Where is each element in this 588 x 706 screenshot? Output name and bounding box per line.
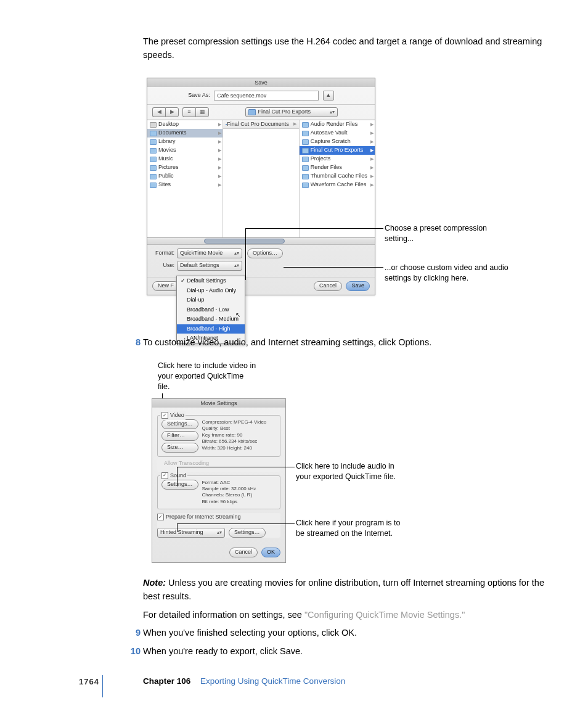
column-item[interactable]: Thumbnail Cache Files▶ [300, 172, 375, 181]
callout-line [177, 467, 295, 467]
disclosure-icon: ▶ [218, 173, 221, 180]
column-item[interactable]: Library▶ [147, 138, 223, 146]
save-as-label: Save As: [188, 92, 210, 98]
disclosure-icon: ▶ [370, 182, 374, 189]
column-item[interactable]: Movies▶ [147, 146, 223, 155]
movie-settings-dialog: Movie Settings ✓ Video Settings… Filter…… [152, 398, 286, 563]
callout-video-checkbox: Click here to include video in your expo… [158, 361, 256, 392]
browser-column-1[interactable]: Desktop▶Documents▶Library▶Movies▶Music▶P… [147, 120, 223, 237]
ms-cancel-button[interactable]: Cancel [229, 548, 258, 557]
footer-chapter: Chapter 106 Exporting Using QuickTime Co… [143, 675, 345, 688]
browser-column-2[interactable]: Final Cut Pro Documents▶ [223, 120, 299, 237]
column-item[interactable]: Documents▶ [147, 129, 223, 138]
disclosure-icon: ▶ [218, 130, 221, 137]
sound-info: Format: AAC Sample rate: 32.000 kHz Chan… [202, 480, 276, 506]
callout-line [177, 523, 178, 532]
chapter-label: Chapter 106 [143, 676, 190, 686]
options-button[interactable]: Options… [247, 248, 283, 258]
ms-ok-button[interactable]: OK [261, 548, 280, 557]
view-list-button[interactable]: ≡ [182, 107, 195, 117]
column-item[interactable]: Projects▶ [300, 155, 375, 163]
new-folder-button[interactable]: New F [152, 281, 179, 291]
item-label: Projects [311, 155, 331, 163]
column-item[interactable]: Autosave Vault▶ [300, 129, 375, 138]
streaming-checkbox[interactable]: ✓ [157, 514, 164, 520]
cancel-button[interactable]: Cancel [314, 281, 342, 291]
expand-toggle-button[interactable]: ▲ [323, 91, 334, 101]
streaming-mode-value: Hinted Streaming [160, 528, 203, 537]
nav-back-button[interactable]: ◀ [152, 107, 165, 117]
disclosure-icon: ▶ [370, 130, 374, 137]
folder-icon [302, 183, 309, 188]
detail-link[interactable]: "Configuring QuickTime Movie Settings." [304, 610, 465, 620]
column-item[interactable]: Pictures▶ [147, 163, 223, 172]
dropdown-item[interactable]: Default Settings [177, 276, 245, 286]
dropdown-item[interactable]: Dial-up - Audio Only [177, 286, 245, 296]
folder-icon [302, 165, 309, 171]
disclosure-icon: ▶ [370, 139, 374, 146]
dropdown-item[interactable]: Broadband - High [177, 324, 245, 334]
use-popup[interactable]: Default Settings▴▾ [177, 261, 242, 271]
column-item[interactable]: Audio Render Files▶ [300, 120, 375, 129]
detail-text: For detailed information on settings, se… [143, 610, 304, 620]
disclosure-icon: ▶ [370, 173, 374, 180]
format-value: QuickTime Movie [180, 249, 223, 258]
video-checkbox[interactable]: ✓ [161, 412, 168, 419]
disclosure-icon: ▶ [370, 156, 374, 163]
disclosure-icon: ▶ [370, 165, 374, 171]
nav-forward-button[interactable]: ▶ [165, 107, 179, 117]
page-number: 1764 [79, 676, 99, 688]
use-dropdown-menu[interactable]: Default SettingsDial-up - Audio OnlyDial… [176, 276, 245, 344]
callout-custom: ...or choose custom video and audio sett… [385, 263, 526, 284]
item-label: Music [158, 155, 173, 163]
intro-paragraph: The preset compression settings use the … [143, 35, 550, 62]
view-grid-button[interactable]: ▦ [195, 107, 209, 117]
step-9-text: When you've finished selecting your opti… [143, 626, 550, 640]
dropdown-item[interactable]: Dial-up [177, 295, 245, 305]
transcoding-label: Allow Transcoding [164, 460, 209, 466]
sound-group: ✓ Sound Settings… Format: AAC Sample rat… [157, 475, 280, 510]
horizontal-scrollbar[interactable] [147, 238, 375, 245]
save-dialog: Save Save As: Cafe sequence.mov ▲ ◀ ▶ ≡ … [147, 78, 375, 295]
movie-settings-title: Movie Settings [152, 399, 285, 408]
video-size-button[interactable]: Size… [161, 443, 198, 453]
save-button[interactable]: Save [346, 281, 370, 291]
path-popup[interactable]: Final Cut Pro Exports ▴▾ [245, 107, 338, 117]
format-popup[interactable]: QuickTime Movie▴▾ [177, 248, 242, 258]
video-filter-button[interactable]: Filter… [161, 431, 198, 441]
streaming-mode-popup[interactable]: Hinted Streaming▴▾ [157, 528, 225, 538]
dropdown-item[interactable]: Broadband - Medium [177, 314, 245, 324]
column-item[interactable]: Render Files▶ [300, 163, 375, 172]
step-number-9: 9 [125, 626, 141, 640]
column-item[interactable]: Final Cut Pro Exports▶ [300, 146, 375, 155]
column-item[interactable]: Public▶ [147, 172, 223, 181]
folder-icon [248, 109, 256, 115]
item-label: Public [158, 172, 174, 181]
callout-line [177, 467, 178, 486]
dropdown-item[interactable]: Broadband - Low [177, 305, 245, 315]
column-item[interactable]: Music▶ [147, 155, 223, 163]
disclosure-icon: ▶ [218, 147, 221, 154]
browser-column-3[interactable]: Audio Render Files▶Autosave Vault▶Captur… [300, 120, 375, 237]
column-item[interactable]: Sites▶ [147, 181, 223, 189]
callout-line [245, 228, 246, 280]
video-label: Video [170, 411, 184, 420]
step-number-8: 8 [125, 336, 141, 350]
folder-icon [302, 131, 309, 136]
streaming-settings-button[interactable]: Settings… [229, 528, 266, 538]
folder-icon [302, 157, 309, 162]
save-as-field[interactable]: Cafe sequence.mov [214, 91, 319, 101]
column-item[interactable]: Capture Scratch▶ [300, 138, 375, 146]
use-label: Use: [152, 261, 174, 270]
note-label: Note: [143, 578, 166, 588]
item-label: Audio Render Files [311, 120, 358, 129]
path-label: Final Cut Pro Exports [258, 108, 311, 117]
column-item[interactable]: Desktop▶ [147, 120, 223, 129]
video-settings-button[interactable]: Settings… [161, 419, 198, 429]
column-2-header[interactable]: Final Cut Pro Documents▶ [223, 120, 298, 129]
video-legend: ✓ Video [160, 411, 186, 420]
column-item[interactable]: Waveform Cache Files▶ [300, 181, 375, 189]
sound-settings-button[interactable]: Settings… [161, 480, 198, 490]
folder-icon [302, 139, 309, 145]
sound-checkbox[interactable]: ✓ [161, 472, 168, 479]
